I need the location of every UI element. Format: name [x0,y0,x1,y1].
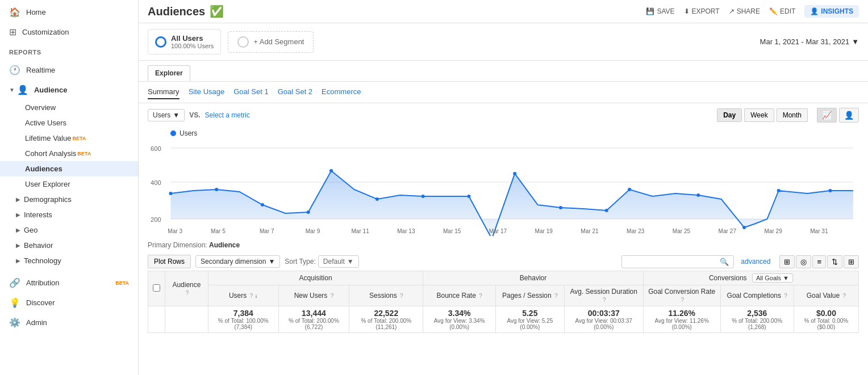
avg-session-sub: Avg for View: 00:03:37 (0.00%) [569,318,639,330]
all-users-segment[interactable]: All Users 100.00% Users [148,29,221,54]
realtime-icon: 🕐 [9,65,20,75]
line-chart-button[interactable]: 📈 [817,108,837,123]
sidebar-item-admin[interactable]: ⚙️ Admin [0,313,138,332]
search-icon[interactable]: 🔍 [720,258,729,266]
interests-arrow-icon: ▶ [16,212,20,218]
advanced-link[interactable]: advanced [741,258,770,266]
users-sort-icon[interactable]: ↓ [255,293,258,299]
th-users: Users ? ↓ [208,285,278,306]
plot-rows-button[interactable]: Plot Rows [148,255,191,268]
table-pivot-button[interactable]: ⊞ [844,255,859,268]
sidebar-sub-overview[interactable]: Overview [0,100,138,115]
tab-goal-set-2[interactable]: Goal Set 2 [278,85,312,99]
sidebar-sub-audiences[interactable]: Audiences [0,161,138,176]
svg-text:Mar 19: Mar 19 [535,228,553,234]
edit-button[interactable]: ✏️ EDIT [769,7,795,15]
sidebar-group-behavior[interactable]: ▶ Behavior [0,238,138,253]
share-label: SHARE [737,7,760,15]
primary-dim-value: Audience [209,241,240,249]
sidebar-item-customization-label: Customization [22,28,129,36]
sidebar-group-interests[interactable]: ▶ Interests [0,207,138,222]
legend-dot [170,130,176,136]
scatter-chart-button[interactable]: 👤 [839,108,859,123]
audience-help-icon[interactable]: ? [186,290,189,296]
date-range-picker[interactable]: Mar 1, 2021 - Mar 31, 2021 ▼ [760,37,859,46]
svg-point-6 [169,192,172,195]
sidebar-item-audience[interactable]: ▼ 👤 Audience [0,80,138,100]
day-button[interactable]: Day [717,108,742,122]
export-button[interactable]: ⬇ EXPORT [684,7,720,15]
chart-area: Users 600 400 200 [139,127,868,238]
add-segment-button[interactable]: + Add Segment [228,31,314,53]
audience-icon: 👤 [17,85,28,95]
sidebar-group-geo[interactable]: ▶ Geo [0,222,138,238]
sidebar-item-attribution[interactable]: 🔗 Attribution BETA [0,273,138,293]
users-help-icon[interactable]: ? [250,293,253,299]
goal-completions-value: 2,536 [725,309,789,318]
svg-text:Mar 23: Mar 23 [627,228,645,234]
table-scatter-button[interactable]: ⇅ [827,255,842,268]
totals-sessions: 22,522 % of Total: 200.00% (11,261) [349,306,423,333]
technology-arrow-icon: ▶ [16,258,20,264]
vs-label: VS. [189,111,200,119]
tab-ecommerce[interactable]: Ecommerce [322,85,361,99]
sidebar-item-realtime[interactable]: 🕐 Realtime [0,60,138,80]
legend-label: Users [180,129,197,137]
cohort-beta-badge: BETA [77,151,91,157]
goal-conv-help-icon[interactable]: ? [681,297,684,303]
select-all-checkbox[interactable] [153,284,160,292]
tab-goal-set-1[interactable]: Goal Set 1 [233,85,268,99]
sessions-help-icon[interactable]: ? [400,293,403,299]
th-audience: Audience ? [165,271,208,306]
edit-label: EDIT [780,7,795,15]
all-goals-dropdown[interactable]: All Goals ▼ [752,273,793,283]
sidebar-sub-user-explorer[interactable]: User Explorer [0,176,138,192]
insights-icon: 👤 [810,7,819,15]
topbar: Audiences ✅ 💾 SAVE ⬇ EXPORT ↗ SHARE ✏️ E… [139,0,868,23]
totals-users: 7,384 % of Total: 100.00% (7,384) [208,306,278,333]
bounce-rate-help-icon[interactable]: ? [479,293,482,299]
sidebar: 🏠 Home ⊞ Customization REPORTS 🕐 Realtim… [0,0,139,375]
users-sub: % of Total: 100.00% (7,384) [213,318,274,330]
edit-icon: ✏️ [769,7,778,15]
goal-comp-help-icon[interactable]: ? [784,293,787,299]
search-input[interactable] [627,258,717,266]
share-button[interactable]: ↗ SHARE [729,7,760,15]
svg-point-20 [742,226,746,229]
table-grid-button[interactable]: ⊞ [779,255,795,268]
insights-button[interactable]: 👤 INSIGHTS [804,5,859,18]
totals-avg-session: 00:03:37 Avg for View: 00:03:37 (0.00%) [564,306,643,333]
sidebar-group-technology[interactable]: ▶ Technology [0,253,138,268]
week-button[interactable]: Week [744,108,774,122]
totals-goal-completions: 2,536 % of Total: 200.00% (1,268) [720,306,794,333]
svg-point-13 [467,195,470,198]
explorer-tab[interactable]: Explorer [148,65,190,81]
table-pie-button[interactable]: ◎ [796,255,811,268]
save-label: SAVE [657,7,674,15]
secondary-dimension-dropdown[interactable]: Secondary dimension ▼ [195,255,280,268]
sidebar-sub-lifetime-value[interactable]: Lifetime Value BETA [0,130,138,146]
pages-session-help-icon[interactable]: ? [554,293,558,299]
svg-text:Mar 21: Mar 21 [581,228,599,234]
tab-summary[interactable]: Summary [148,85,180,99]
metric-label: Users [153,111,170,119]
goal-value-help-icon[interactable]: ? [843,293,846,299]
sidebar-item-discover[interactable]: 💡 Discover [0,293,138,313]
avg-session-help-icon[interactable]: ? [603,297,606,303]
sub-tabs: Summary Site Usage Goal Set 1 Goal Set 2… [139,82,868,103]
save-button[interactable]: 💾 SAVE [646,7,674,15]
new-users-help-icon[interactable]: ? [331,293,334,299]
month-button[interactable]: Month [777,108,808,122]
select-metric[interactable]: Select a metric [205,111,250,119]
table-bar-button[interactable]: ≡ [812,255,826,268]
sidebar-sub-cohort-analysis[interactable]: Cohort Analysis BETA [0,146,138,161]
sidebar-group-demographics[interactable]: ▶ Demographics [0,192,138,207]
tab-site-usage[interactable]: Site Usage [189,85,225,99]
svg-point-19 [696,193,700,197]
sidebar-item-customization[interactable]: ⊞ Customization [0,22,138,42]
sort-dropdown[interactable]: Default ▼ [318,255,359,268]
attribution-icon: 🔗 [9,277,20,288]
metric-dropdown[interactable]: Users ▼ [148,109,185,121]
sidebar-item-home[interactable]: 🏠 Home [0,2,138,22]
sidebar-sub-active-users[interactable]: Active Users [0,115,138,130]
